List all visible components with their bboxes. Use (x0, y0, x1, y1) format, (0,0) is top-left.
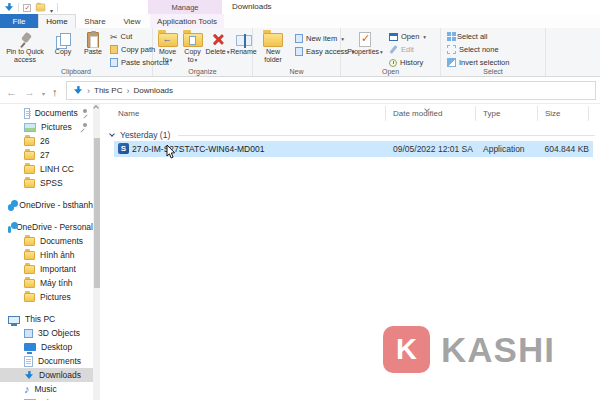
delete-x-icon (211, 32, 225, 47)
divider (18, 3, 19, 12)
forward-button[interactable] (24, 82, 35, 100)
copy-icon (56, 32, 71, 48)
properties-quick-icon[interactable] (23, 4, 31, 12)
breadcrumb-this-pc[interactable]: This PC (94, 86, 122, 95)
kashi-watermark: K KASHI (383, 326, 555, 373)
sidebar-scrollbar-thumb[interactable] (94, 138, 100, 288)
sidebar-item-spss[interactable]: SPSS (0, 176, 93, 190)
edit-button[interactable]: Edit (389, 43, 426, 56)
pencil-icon (389, 45, 397, 54)
new-folder-button[interactable]: New folder (257, 29, 289, 64)
ribbon: Pin to Quick access Copy Paste Cut (0, 28, 600, 77)
copy-to-button[interactable]: Copy to (180, 29, 205, 64)
recent-locations-icon[interactable] (42, 82, 45, 100)
sidebar-item-onedrive-personal[interactable]: OneDrive - Personal (0, 220, 93, 234)
file-name: 27.0-IM-S27STATC-WIN64-MD001 (132, 144, 264, 154)
column-header-type[interactable]: Type (483, 104, 500, 122)
kashi-logo-text: KASHI (441, 330, 555, 370)
folder-icon (24, 265, 35, 274)
properties-button[interactable]: Properties (347, 29, 383, 56)
address-bar[interactable]: This PC Downloads (66, 81, 596, 100)
sidebar-item-important[interactable]: Important (0, 262, 93, 276)
window-title: Downloads (232, 2, 272, 11)
copy-path-icon (110, 45, 118, 54)
open-window-icon (389, 33, 398, 41)
open-button[interactable]: Open (389, 30, 426, 43)
group-header-yesterday[interactable]: Yesterday (1) (110, 128, 595, 142)
address-bar-row: This PC Downloads (0, 77, 600, 104)
folder-icon (24, 251, 35, 260)
column-divider[interactable] (588, 106, 589, 121)
onedrive-cloud-icon (8, 204, 14, 211)
breadcrumb-downloads[interactable]: Downloads (133, 86, 173, 95)
tab-view[interactable]: View (114, 14, 150, 28)
column-divider[interactable] (385, 106, 386, 121)
sidebar-item-pictures[interactable]: Pictures (0, 120, 93, 134)
onedrive-cloud-icon (8, 226, 11, 233)
tab-home[interactable]: Home (38, 14, 76, 28)
sidebar-item-od-pictures[interactable]: Pictures (0, 290, 93, 304)
folder-icon (24, 237, 35, 246)
move-to-button[interactable]: ← Move to (155, 29, 180, 64)
quick-access-toolbar (4, 2, 58, 13)
select-all-button[interactable]: Select all (447, 30, 509, 43)
pin-icon (83, 109, 87, 118)
collapse-chevron-icon[interactable] (109, 131, 115, 137)
folder-icon (24, 151, 35, 160)
scroll-up-icon[interactable] (93, 105, 99, 111)
pin-to-quick-access-button[interactable]: Pin to Quick access (2, 29, 48, 64)
dropdown-caret-icon (226, 48, 230, 55)
sidebar-item-pc-pictures[interactable]: Pictures (0, 396, 93, 400)
column-divider[interactable] (537, 106, 538, 121)
paste-button[interactable]: Paste (78, 29, 108, 64)
sidebar-item-hinh-anh[interactable]: Hình ảnh (0, 248, 93, 262)
easy-access-icon (295, 47, 303, 56)
dropdown-caret-icon (194, 56, 198, 63)
tab-application-tools[interactable]: Application Tools (150, 14, 224, 28)
new-item-icon (295, 34, 303, 43)
copy-to-folder-icon (183, 33, 203, 47)
column-header-name[interactable]: Name (118, 104, 139, 122)
column-divider[interactable] (475, 106, 476, 121)
column-header-size[interactable]: Size (545, 104, 561, 122)
group-label-clipboard: Clipboard (0, 68, 152, 75)
sidebar-item-documents[interactable]: Documents (0, 106, 93, 120)
up-button[interactable] (52, 82, 58, 100)
new-folder-icon (263, 33, 283, 47)
sidebar-item-linh-cc[interactable]: LINH CC (0, 162, 93, 176)
select-none-button[interactable]: Select none (447, 43, 509, 56)
sidebar-item-27[interactable]: 27 (0, 148, 93, 162)
breadcrumb-chevron-icon (87, 86, 90, 96)
sidebar-item-desktop[interactable]: Desktop (0, 340, 93, 354)
sidebar-item-music[interactable]: Music (0, 382, 93, 396)
contextual-tab-header: Manage (148, 0, 222, 14)
sidebar-item-onedrive-bsthanh[interactable]: OneDrive - bsthanh (0, 198, 93, 212)
file-row-selected[interactable]: S 27.0-IM-S27STATC-WIN64-MD001 09/05/202… (114, 141, 593, 157)
sidebar-item-may-tinh[interactable]: Máy tính (0, 276, 93, 290)
sidebar-item-pc-documents[interactable]: Documents (0, 354, 93, 368)
sidebar-item-downloads[interactable]: Downloads (0, 368, 93, 382)
sidebar-item-od-documents[interactable]: Documents (0, 234, 93, 248)
ribbon-group-open: Properties Open Edit History Open (341, 28, 441, 76)
sidebar-item-3d-objects[interactable]: 3D Objects (0, 326, 93, 340)
column-header-date-modified[interactable]: Date modified (393, 104, 442, 122)
back-button[interactable] (6, 82, 17, 100)
kashi-logo-badge: K (383, 326, 430, 373)
tab-file[interactable]: File (0, 14, 38, 28)
music-note-icon (24, 383, 30, 395)
sidebar-scrollbar[interactable] (93, 104, 100, 400)
clipboard-icon (87, 32, 99, 48)
new-folder-quick-icon[interactable] (36, 4, 45, 12)
folder-icon (24, 293, 35, 302)
downloads-icon (5, 3, 13, 12)
mouse-cursor (166, 145, 176, 159)
delete-button[interactable]: Delete (205, 29, 230, 64)
tab-share[interactable]: Share (76, 14, 114, 28)
title-bar: Manage Downloads (0, 0, 600, 14)
copy-button[interactable]: Copy (48, 29, 78, 64)
folder-icon (24, 179, 35, 188)
dropdown-caret-icon (379, 48, 383, 55)
sidebar-item-this-pc[interactable]: This PC (0, 312, 93, 326)
group-label-organize: Organize (153, 68, 252, 75)
sidebar-item-26[interactable]: 26 (0, 134, 93, 148)
